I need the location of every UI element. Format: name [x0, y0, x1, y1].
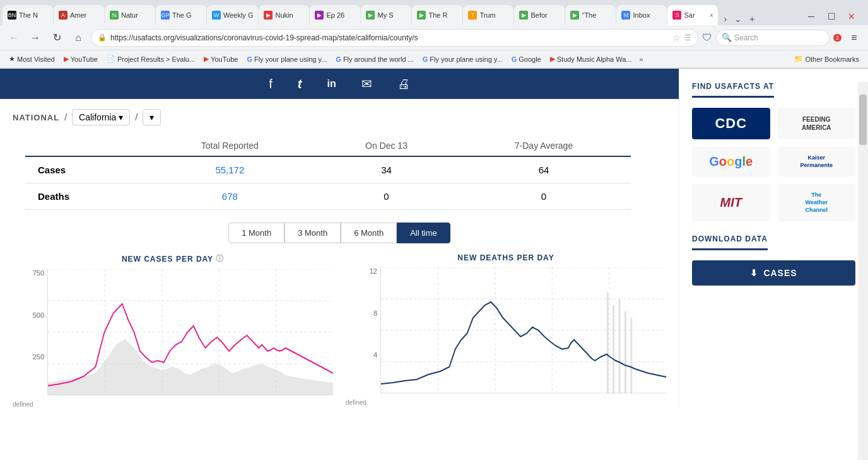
time-btn-6month[interactable]: 6 Month: [341, 223, 397, 243]
new-tab-btn[interactable]: +: [747, 13, 757, 25]
info-icon[interactable]: ⓘ: [216, 253, 224, 264]
cases-label: Cases: [25, 156, 144, 183]
time-btn-3month[interactable]: 3 Month: [284, 223, 341, 243]
bookmark-most-visited[interactable]: ★ Most Visited: [5, 54, 59, 64]
time-btn-1month[interactable]: 1 Month: [228, 223, 284, 243]
minimize-btn[interactable]: ─: [802, 8, 820, 25]
partner-grid: CDC FEEDINGAMERICA Google KaiserPermanen…: [692, 108, 855, 221]
tab-9-label: The R: [428, 11, 457, 19]
charts-row: NEW CASES PER DAY ⓘ 750 500 250: [13, 253, 666, 408]
linkedin-icon[interactable]: in: [327, 78, 336, 90]
google-icon-2: G: [336, 55, 341, 63]
breadcrumb-national: NATIONAL: [13, 113, 59, 122]
bookmark-star[interactable]: ☆: [672, 33, 681, 43]
tab-6[interactable]: ▶ Nukin: [259, 5, 309, 25]
tab-10-label: Trum: [479, 11, 508, 19]
tab-14[interactable]: S Sar ×: [667, 5, 718, 25]
home-btn[interactable]: ⌂: [69, 29, 87, 47]
tab-2[interactable]: A Amer: [54, 5, 104, 25]
bookmark-project[interactable]: 📄 Project Results > Evalu...: [103, 54, 199, 64]
tab-5-label: Weekly G: [223, 11, 253, 19]
bookmark-label: Project Results > Evalu...: [117, 55, 195, 63]
search-icon: 🔍: [722, 33, 732, 42]
state-label: California: [79, 112, 116, 122]
svg-rect-17: [613, 305, 614, 393]
address-text: https://usafacts.org/visualizations/coro…: [110, 33, 669, 42]
bookmark-google[interactable]: G Google: [508, 54, 545, 64]
forward-btn[interactable]: →: [26, 29, 44, 47]
deaths-chart-title: NEW DEATHS PER DAY: [346, 253, 666, 262]
tab-12[interactable]: ▶ "The: [565, 5, 616, 25]
bookmark-label-4: Fly around the world ...: [343, 55, 414, 63]
tab-7-label: Ep 26: [326, 11, 355, 19]
cases-total-link[interactable]: 55,172: [215, 165, 244, 175]
tab-11[interactable]: ▶ Befor: [514, 5, 565, 25]
chevron-down-icon: ▾: [119, 112, 123, 122]
deaths-chart-svg: [381, 267, 666, 393]
bookmark-fly-2[interactable]: G Fly around the world ...: [332, 54, 417, 64]
tab-1[interactable]: BN The N: [3, 5, 53, 25]
bookmark-label-5: Fly your plane using y...: [430, 55, 502, 63]
cases-chart-title: NEW CASES PER DAY ⓘ: [13, 253, 333, 264]
download-cases-btn[interactable]: ⬇ CASES: [692, 260, 855, 286]
search-box[interactable]: 🔍 Search: [716, 30, 830, 46]
cases-daily: 34: [316, 156, 457, 183]
print-icon[interactable]: 🖨: [397, 77, 410, 91]
shield-btn[interactable]: 🛡: [702, 32, 712, 43]
tab-3[interactable]: N Natur: [105, 5, 155, 25]
bookmark-label-6: Google: [519, 55, 541, 63]
sidebar: FIND USAFACTS AT CDC FEEDINGAMERICA Goog…: [679, 69, 868, 408]
bookmarks-chevron[interactable]: »: [640, 55, 643, 63]
youtube-icon-3: ▶: [550, 55, 555, 63]
bookmark-youtube-1[interactable]: ▶ YouTube: [60, 54, 102, 64]
tab-8[interactable]: ▶ My S: [361, 5, 411, 25]
tab-8-label: My S: [377, 11, 406, 19]
tab-7[interactable]: ▶ Ep 26: [310, 5, 360, 25]
google-icon-1: G: [247, 55, 252, 63]
state-dropdown[interactable]: California ▾: [72, 109, 130, 125]
tab-13[interactable]: M Inbox: [616, 5, 667, 25]
bookmark-fly-1[interactable]: G Fly your plane using y...: [243, 54, 331, 64]
lock-icon: 🔒: [98, 33, 107, 42]
back-btn[interactable]: ←: [5, 29, 23, 47]
deaths-total-link[interactable]: 678: [222, 191, 238, 202]
county-dropdown[interactable]: ▾: [143, 109, 161, 125]
reader-mode-icon[interactable]: ☰: [684, 33, 691, 42]
scrollbar-track[interactable]: [858, 82, 868, 460]
bookmark-other[interactable]: 📁 Other Bookmarks: [790, 54, 863, 64]
tab-2-label: Amer: [70, 11, 99, 19]
folder-icon: 📁: [794, 55, 803, 63]
chevron-down-icon-2: ▾: [150, 112, 154, 122]
browser-chrome: BN The N A Amer N Natur GP The G W Weekl…: [0, 0, 868, 69]
tab-9[interactable]: ▶ The R: [412, 5, 462, 25]
deaths-y-label-4: 4: [346, 351, 377, 359]
adblock-badge: 2: [833, 34, 842, 42]
tab-10[interactable]: T Trum: [463, 5, 513, 25]
twitter-icon[interactable]: t: [298, 77, 302, 91]
facebook-icon[interactable]: f: [269, 77, 273, 91]
tab-4[interactable]: GP The G: [156, 5, 206, 25]
reload-btn[interactable]: ↻: [48, 29, 66, 47]
bookmark-youtube-2[interactable]: ▶ YouTube: [200, 54, 242, 64]
maximize-btn[interactable]: ☐: [823, 8, 840, 25]
bookmark-label-3: Fly your plane using y...: [254, 55, 327, 63]
time-btn-alltime[interactable]: All time: [397, 223, 450, 243]
col-header-empty: [25, 136, 144, 156]
address-bar[interactable]: 🔒 https://usafacts.org/visualizations/co…: [91, 29, 698, 47]
tab-dropdown-btn[interactable]: ⌄: [732, 13, 744, 25]
tab-5[interactable]: W Weekly G: [207, 5, 258, 25]
tab-14-close[interactable]: ×: [710, 12, 713, 19]
bookmark-fly-3[interactable]: G Fly your plane using y...: [419, 54, 507, 64]
tab-overflow-btn[interactable]: ›: [721, 13, 729, 25]
find-usafacts-title: FIND USAFACTS AT: [692, 82, 774, 98]
bookmark-study[interactable]: ▶ Study Music Alpha Wa...: [546, 54, 636, 64]
search-placeholder: Search: [734, 33, 758, 42]
partner-kaiser: KaiserPermanente: [778, 147, 856, 177]
download-title: DOWNLOAD DATA: [692, 234, 768, 250]
deaths-chart-area: [380, 267, 666, 393]
menu-btn[interactable]: ≡: [845, 29, 863, 47]
tab-6-label: Nukin: [275, 11, 304, 19]
scrollbar-thumb[interactable]: [859, 95, 867, 145]
close-btn[interactable]: ✕: [843, 8, 860, 25]
email-icon[interactable]: ✉: [361, 76, 372, 91]
